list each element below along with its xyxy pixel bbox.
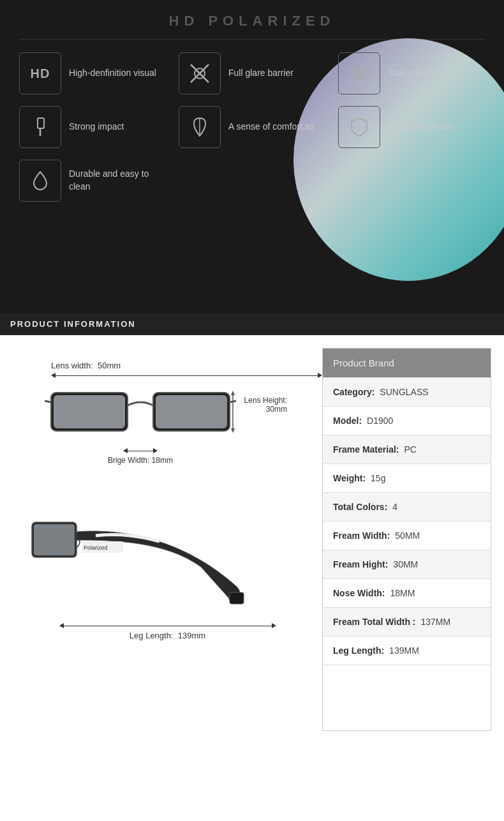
specs-val-leg: 139MM xyxy=(389,645,419,656)
feature-impact: Strong impact xyxy=(19,106,166,148)
product-info-title: PRODUCT INFORMATION xyxy=(10,319,136,329)
specs-key-model: Model: xyxy=(333,416,362,426)
svg-rect-11 xyxy=(54,395,125,428)
svg-text:Polarized: Polarized xyxy=(84,545,108,551)
lens-height-label: Lens Height: 30mm xyxy=(244,396,287,414)
svg-rect-19 xyxy=(34,524,75,555)
arrow-right xyxy=(318,373,322,378)
hammer-icon xyxy=(29,116,52,139)
hd-icon-box: HD xyxy=(19,52,61,94)
specs-row-model: Model: D1900 xyxy=(323,407,491,435)
drop-icon xyxy=(29,169,52,192)
product-content: Lens width: 50mm xyxy=(0,335,504,750)
svg-marker-16 xyxy=(231,391,235,395)
leg-label: Leg Length: 139mm xyxy=(130,631,205,640)
feature-comfort: A sense of comfort,as xyxy=(179,106,325,148)
eye-icon xyxy=(348,62,371,85)
leaf-icon xyxy=(188,116,211,139)
svg-rect-6 xyxy=(38,118,44,128)
specs-row-material: Frame Material: PC xyxy=(323,435,491,464)
specs-row-ftotal: Fream Total Width : 137MM xyxy=(323,608,491,636)
specs-val-colors: 4 xyxy=(392,502,397,512)
specs-key-category: Category: xyxy=(333,387,374,397)
glasses-diagram: Lens width: 50mm xyxy=(13,348,322,731)
feature-hd: HD High-denfinition visual xyxy=(19,52,166,94)
specs-key-colors: Total Colors: xyxy=(333,502,387,512)
specs-val-model: D1900 xyxy=(367,416,393,426)
bridge-arrow xyxy=(123,448,158,453)
leg-arrow-left xyxy=(59,623,64,628)
bridge-label: Brige Width: 18mm xyxy=(108,456,173,465)
specs-val-nose: 18MM xyxy=(390,588,415,598)
bridge-arrow-left xyxy=(123,448,128,453)
lens-width-label: Lens width: 50mm xyxy=(51,361,322,370)
leg-length-section: Leg Length: 139mm xyxy=(13,623,322,640)
feature-glare-label: Full glare barrier xyxy=(228,67,293,80)
svg-marker-17 xyxy=(231,428,235,433)
shield-icon xyxy=(348,116,371,139)
top-section: HD POLARIZED HD High-denfinition visual … xyxy=(0,0,504,313)
glare-icon xyxy=(188,62,211,85)
drop-icon-box xyxy=(19,160,61,202)
specs-key-leg: Leg Length: xyxy=(333,645,384,656)
glare-icon-box xyxy=(179,52,221,94)
specs-brand-val: Product Brand xyxy=(333,358,394,368)
specs-val-ftotal: 137MM xyxy=(421,617,451,627)
glasses-side-wrapper: Polarized Leg Length: 139mm xyxy=(13,503,322,640)
feature-clean: Durable and easy to clean xyxy=(19,160,166,202)
hammer-icon-box xyxy=(19,106,61,148)
specs-table: Product Brand Category: SUNGLASS Model: … xyxy=(322,348,491,731)
specs-row-leg: Leg Length: 139MM xyxy=(323,636,491,665)
bridge-section: Brige Width: 18mm xyxy=(45,448,236,465)
leg-arrow-right xyxy=(272,623,276,628)
feature-clean-label: Durable and easy to clean xyxy=(69,168,166,193)
glasses-front-svg xyxy=(45,383,236,441)
specs-row-category: Category: SUNGLASS xyxy=(323,378,491,407)
svg-line-13 xyxy=(45,401,51,402)
specs-row-colors: Total Colors: 4 xyxy=(323,493,491,522)
specs-val-weight: 15g xyxy=(371,473,385,483)
leg-arrow-row xyxy=(59,623,276,628)
bridge-arrow-line xyxy=(128,451,153,451)
svg-rect-12 xyxy=(156,395,227,428)
specs-key-fwidth: Fream Width: xyxy=(333,531,390,541)
specs-key-nose: Nose Width: xyxy=(333,588,385,598)
specs-val-fwidth: 50MM xyxy=(395,531,420,541)
glasses-side-svg: Polarized xyxy=(13,503,255,618)
feature-colors: True colors xyxy=(338,52,485,94)
specs-row-weight: Weight: 15g xyxy=(323,464,491,493)
glasses-top: Lens width: 50mm xyxy=(13,361,322,465)
specs-val-fheight: 30MM xyxy=(393,559,418,569)
specs-val-category: SUNGLASS xyxy=(380,387,428,397)
specs-key-ftotal: Fream Total Width : xyxy=(333,617,416,627)
specs-key-material: Frame Material: xyxy=(333,444,399,455)
glasses-front-wrapper: Lens Height: 30mm xyxy=(45,383,236,443)
arrow-left xyxy=(51,373,56,378)
svg-rect-22 xyxy=(230,592,244,604)
specs-key-weight: Weight: xyxy=(333,473,366,483)
bridge-arrow-right xyxy=(153,448,158,453)
specs-row-fheight: Fream Hight: 30MM xyxy=(323,550,491,579)
hd-title: HD POLARIZED xyxy=(19,13,485,29)
feature-comfort-label: A sense of comfort,as xyxy=(228,121,315,133)
features-grid: HD High-denfinition visual Full glare ba… xyxy=(19,52,485,207)
shield-icon-box xyxy=(338,106,380,148)
feature-impact-label: Strong impact xyxy=(69,121,124,133)
feature-glare: Full glare barrier xyxy=(179,52,325,94)
feature-uv: UV400Protection xyxy=(338,106,485,148)
feature-uv-label: UV400Protection xyxy=(388,121,456,133)
svg-point-5 xyxy=(358,72,360,75)
specs-row-fwidth: Fream Width: 50MM xyxy=(323,522,491,550)
feature-hd-label: High-denfinition visual xyxy=(69,67,156,80)
specs-key-fheight: Fream Hight: xyxy=(333,559,388,569)
feature-colors-label: True colors xyxy=(388,67,433,80)
arrow-line xyxy=(56,375,318,376)
leg-arrow-line xyxy=(64,626,272,626)
product-info-header: PRODUCT INFORMATION xyxy=(0,313,504,335)
specs-brand-row: Product Brand xyxy=(323,349,491,378)
leaf-icon-box xyxy=(179,106,221,148)
lens-width-arrow xyxy=(51,373,322,378)
specs-val-material: PC xyxy=(404,444,416,455)
specs-row-nose: Nose Width: 18MM xyxy=(323,579,491,608)
eye-icon-box xyxy=(338,52,380,94)
